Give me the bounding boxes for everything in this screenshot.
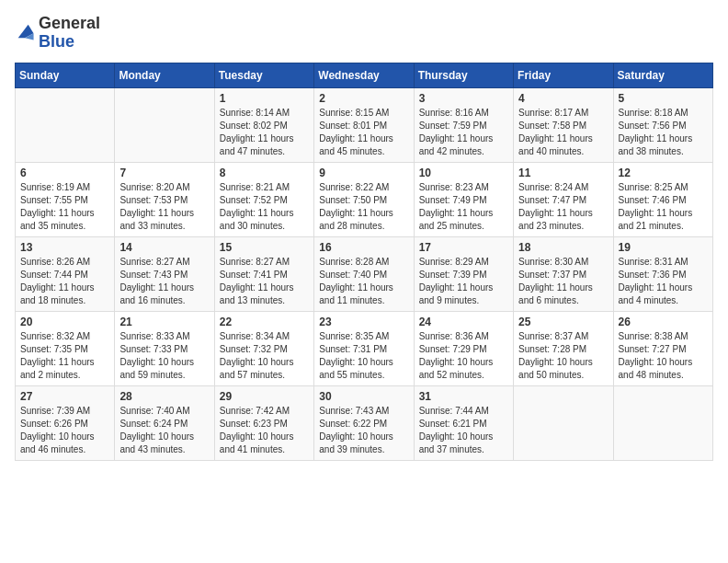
- day-info: Sunrise: 8:33 AM Sunset: 7:33 PM Dayligh…: [119, 330, 209, 382]
- calendar-cell: [514, 385, 613, 460]
- calendar-cell: 3Sunrise: 8:16 AM Sunset: 7:59 PM Daylig…: [414, 87, 513, 162]
- day-number: 6: [20, 167, 109, 179]
- day-number: 26: [619, 316, 708, 328]
- calendar-cell: 24Sunrise: 8:36 AM Sunset: 7:29 PM Dayli…: [414, 311, 513, 385]
- calendar-cell: 13Sunrise: 8:26 AM Sunset: 7:44 PM Dayli…: [16, 236, 115, 311]
- day-info: Sunrise: 8:34 AM Sunset: 7:32 PM Dayligh…: [220, 330, 309, 382]
- day-number: 14: [119, 241, 209, 254]
- day-info: Sunrise: 8:18 AM Sunset: 7:56 PM Dayligh…: [619, 107, 708, 158]
- day-info: Sunrise: 8:20 AM Sunset: 7:53 PM Dayligh…: [119, 181, 209, 233]
- calendar-cell: [115, 87, 214, 162]
- day-number: 5: [619, 92, 708, 105]
- day-info: Sunrise: 8:37 AM Sunset: 7:28 PM Dayligh…: [518, 330, 608, 382]
- day-info: Sunrise: 7:43 AM Sunset: 6:22 PM Dayligh…: [319, 405, 408, 456]
- calendar-cell: 26Sunrise: 8:38 AM Sunset: 7:27 PM Dayli…: [613, 311, 712, 385]
- day-info: Sunrise: 8:26 AM Sunset: 7:44 PM Dayligh…: [20, 256, 109, 307]
- day-info: Sunrise: 7:39 AM Sunset: 6:26 PM Dayligh…: [20, 405, 109, 456]
- day-info: Sunrise: 8:36 AM Sunset: 7:29 PM Dayligh…: [419, 330, 508, 382]
- day-number: 10: [419, 167, 508, 179]
- calendar-cell: 21Sunrise: 8:33 AM Sunset: 7:33 PM Dayli…: [115, 311, 214, 385]
- day-info: Sunrise: 8:32 AM Sunset: 7:35 PM Dayligh…: [20, 330, 109, 382]
- calendar-cell: 30Sunrise: 7:43 AM Sunset: 6:22 PM Dayli…: [314, 385, 414, 460]
- calendar-cell: 9Sunrise: 8:22 AM Sunset: 7:50 PM Daylig…: [314, 162, 414, 236]
- day-number: 2: [319, 92, 408, 105]
- day-number: 4: [518, 92, 608, 105]
- day-info: Sunrise: 7:42 AM Sunset: 6:23 PM Dayligh…: [220, 405, 309, 456]
- calendar-cell: 31Sunrise: 7:44 AM Sunset: 6:21 PM Dayli…: [414, 385, 513, 460]
- col-header-sunday: Sunday: [16, 63, 115, 87]
- calendar-cell: 1Sunrise: 8:14 AM Sunset: 8:02 PM Daylig…: [214, 87, 313, 162]
- day-number: 31: [419, 390, 508, 403]
- day-info: Sunrise: 8:21 AM Sunset: 7:52 PM Dayligh…: [220, 181, 309, 233]
- calendar-cell: 5Sunrise: 8:18 AM Sunset: 7:56 PM Daylig…: [613, 87, 712, 162]
- day-info: Sunrise: 8:23 AM Sunset: 7:49 PM Dayligh…: [419, 181, 508, 233]
- calendar-cell: 17Sunrise: 8:29 AM Sunset: 7:39 PM Dayli…: [414, 236, 513, 311]
- day-number: 17: [419, 241, 508, 254]
- calendar-cell: 8Sunrise: 8:21 AM Sunset: 7:52 PM Daylig…: [214, 162, 313, 236]
- col-header-saturday: Saturday: [613, 63, 712, 87]
- calendar-week-row: 1Sunrise: 8:14 AM Sunset: 8:02 PM Daylig…: [16, 87, 713, 162]
- calendar-week-row: 20Sunrise: 8:32 AM Sunset: 7:35 PM Dayli…: [16, 311, 713, 385]
- day-number: 12: [619, 167, 708, 179]
- day-number: 9: [319, 167, 408, 179]
- day-number: 19: [619, 241, 708, 254]
- day-number: 27: [20, 390, 109, 403]
- calendar-cell: 25Sunrise: 8:37 AM Sunset: 7:28 PM Dayli…: [514, 311, 613, 385]
- calendar-cell: 20Sunrise: 8:32 AM Sunset: 7:35 PM Dayli…: [16, 311, 115, 385]
- day-number: 29: [220, 390, 309, 403]
- day-info: Sunrise: 8:31 AM Sunset: 7:36 PM Dayligh…: [619, 256, 708, 307]
- day-number: 22: [220, 316, 309, 328]
- calendar-week-row: 13Sunrise: 8:26 AM Sunset: 7:44 PM Dayli…: [16, 236, 713, 311]
- calendar-cell: 7Sunrise: 8:20 AM Sunset: 7:53 PM Daylig…: [115, 162, 214, 236]
- day-number: 28: [119, 390, 209, 403]
- day-info: Sunrise: 8:15 AM Sunset: 8:01 PM Dayligh…: [319, 107, 408, 158]
- calendar-cell: [16, 87, 115, 162]
- day-number: 15: [220, 241, 309, 254]
- calendar-cell: 29Sunrise: 7:42 AM Sunset: 6:23 PM Dayli…: [214, 385, 313, 460]
- calendar-cell: 28Sunrise: 7:40 AM Sunset: 6:24 PM Dayli…: [115, 385, 214, 460]
- day-info: Sunrise: 8:22 AM Sunset: 7:50 PM Dayligh…: [319, 181, 408, 233]
- day-number: 7: [119, 167, 209, 179]
- day-info: Sunrise: 8:30 AM Sunset: 7:37 PM Dayligh…: [518, 256, 608, 307]
- day-info: Sunrise: 8:14 AM Sunset: 8:02 PM Dayligh…: [220, 107, 309, 158]
- calendar-cell: 19Sunrise: 8:31 AM Sunset: 7:36 PM Dayli…: [613, 236, 712, 311]
- day-info: Sunrise: 8:27 AM Sunset: 7:41 PM Dayligh…: [220, 256, 309, 307]
- calendar-table: SundayMondayTuesdayWednesdayThursdayFrid…: [15, 63, 713, 461]
- calendar-cell: 18Sunrise: 8:30 AM Sunset: 7:37 PM Dayli…: [514, 236, 613, 311]
- col-header-thursday: Thursday: [414, 63, 513, 87]
- day-info: Sunrise: 8:38 AM Sunset: 7:27 PM Dayligh…: [619, 330, 708, 382]
- calendar-cell: 15Sunrise: 8:27 AM Sunset: 7:41 PM Dayli…: [214, 236, 313, 311]
- col-header-wednesday: Wednesday: [314, 63, 414, 87]
- day-info: Sunrise: 8:29 AM Sunset: 7:39 PM Dayligh…: [419, 256, 508, 307]
- col-header-tuesday: Tuesday: [214, 63, 313, 87]
- calendar-cell: 11Sunrise: 8:24 AM Sunset: 7:47 PM Dayli…: [514, 162, 613, 236]
- day-number: 11: [518, 167, 608, 179]
- day-number: 30: [319, 390, 408, 403]
- calendar-cell: 10Sunrise: 8:23 AM Sunset: 7:49 PM Dayli…: [414, 162, 513, 236]
- day-number: 1: [220, 92, 309, 105]
- logo-text-general: General: [39, 15, 100, 33]
- day-info: Sunrise: 7:40 AM Sunset: 6:24 PM Dayligh…: [119, 405, 209, 456]
- calendar-cell: 6Sunrise: 8:19 AM Sunset: 7:55 PM Daylig…: [16, 162, 115, 236]
- calendar-cell: 12Sunrise: 8:25 AM Sunset: 7:46 PM Dayli…: [613, 162, 712, 236]
- day-info: Sunrise: 8:25 AM Sunset: 7:46 PM Dayligh…: [619, 181, 708, 233]
- day-number: 21: [119, 316, 209, 328]
- day-info: Sunrise: 8:17 AM Sunset: 7:58 PM Dayligh…: [518, 107, 608, 158]
- calendar-cell: 2Sunrise: 8:15 AM Sunset: 8:01 PM Daylig…: [314, 87, 414, 162]
- calendar-cell: 23Sunrise: 8:35 AM Sunset: 7:31 PM Dayli…: [314, 311, 414, 385]
- day-info: Sunrise: 8:27 AM Sunset: 7:43 PM Dayligh…: [119, 256, 209, 307]
- logo: General Blue: [15, 15, 100, 52]
- day-info: Sunrise: 7:44 AM Sunset: 6:21 PM Dayligh…: [419, 405, 508, 456]
- calendar-week-row: 27Sunrise: 7:39 AM Sunset: 6:26 PM Dayli…: [16, 385, 713, 460]
- calendar-cell: [613, 385, 712, 460]
- logo-text-blue: Blue: [39, 33, 100, 52]
- col-header-friday: Friday: [514, 63, 613, 87]
- day-number: 23: [319, 316, 408, 328]
- day-number: 13: [20, 241, 109, 254]
- day-number: 3: [419, 92, 508, 105]
- day-info: Sunrise: 8:28 AM Sunset: 7:40 PM Dayligh…: [319, 256, 408, 307]
- calendar-cell: 4Sunrise: 8:17 AM Sunset: 7:58 PM Daylig…: [514, 87, 613, 162]
- calendar-week-row: 6Sunrise: 8:19 AM Sunset: 7:55 PM Daylig…: [16, 162, 713, 236]
- logo-icon: [15, 21, 35, 41]
- calendar-cell: 27Sunrise: 7:39 AM Sunset: 6:26 PM Dayli…: [16, 385, 115, 460]
